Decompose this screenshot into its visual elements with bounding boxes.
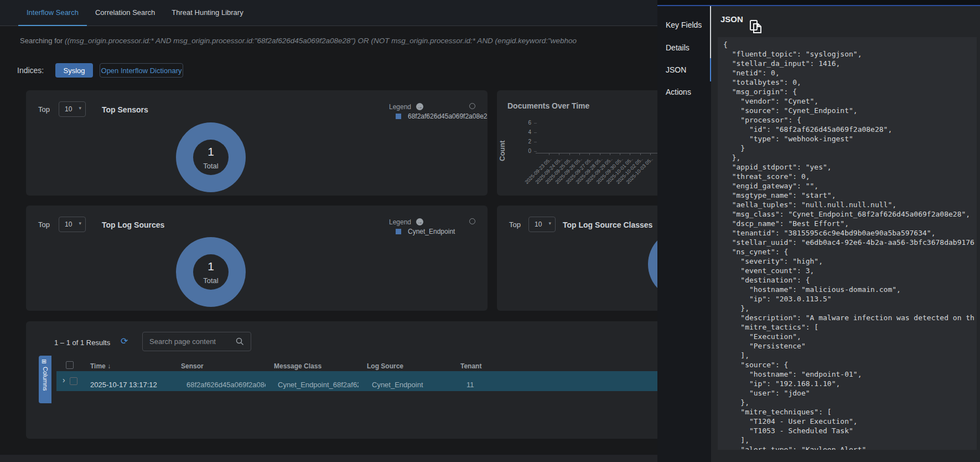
x-tick-mark: [630, 153, 630, 155]
top-count-value: 10: [535, 220, 542, 228]
app-root: Interflow Search Correlation Search Thre…: [0, 0, 980, 462]
top-log-sources-donut-chart[interactable]: 1 Total: [176, 237, 246, 307]
top-count-select[interactable]: 10 ▾: [528, 217, 556, 232]
legend-label: Legend: [389, 103, 411, 111]
tab-label: Correlation Search: [95, 8, 155, 17]
menu-item-json[interactable]: JSON: [666, 65, 686, 76]
cell-tenant: 11: [466, 381, 474, 389]
chevron-down-icon: ▾: [79, 220, 81, 226]
copy-icon[interactable]: [750, 20, 762, 34]
x-tick-mark: [579, 153, 580, 155]
json-viewer-title: JSON: [720, 14, 743, 24]
record-detail-panel: Key Fields Details JSON Actions JSON { "…: [657, 0, 980, 462]
circle-icon[interactable]: [469, 103, 475, 109]
column-header-sensor[interactable]: Sensor: [181, 362, 204, 370]
y-tick-mark: [534, 142, 537, 142]
expand-row-icon[interactable]: ›: [63, 376, 65, 384]
y-tick-mark: [534, 151, 537, 152]
page-search-box: [142, 332, 251, 351]
panel-title: Top Sensors: [102, 105, 148, 114]
overlay-top-strip: [657, 0, 980, 5]
x-tick-mark: [569, 153, 570, 155]
json-viewer-area: JSON { "fluentd_topic": "syslogjson", "s…: [711, 6, 980, 462]
tab-label: Interflow Search: [27, 8, 79, 17]
legend-toggle-arrow-icon[interactable]: →: [416, 103, 423, 110]
search-icon: [236, 337, 244, 346]
legend-swatch: [396, 114, 401, 119]
x-tick-mark: [589, 153, 590, 155]
top-sensors-panel: Top 10 ▾ Top Sensors Legend → 68f2af626d…: [26, 90, 488, 196]
donut-label: Total: [176, 276, 246, 285]
x-tick-mark: [559, 153, 559, 155]
y-tick-mark: [534, 123, 537, 124]
donut-label: Total: [176, 162, 246, 171]
x-tick-mark: [620, 153, 620, 155]
column-header-log-source[interactable]: Log Source: [367, 362, 403, 370]
panel-title: Top Log Source Classes: [563, 220, 652, 229]
x-tick-mark: [640, 153, 641, 155]
circle-icon[interactable]: [469, 218, 475, 224]
legend-item[interactable]: 68f2af626d45a069f2a08e28: [408, 112, 488, 120]
horizontal-scrollbar[interactable]: [0, 455, 657, 462]
json-code: { "fluentd_topic": "syslogjson", "stella…: [718, 37, 977, 450]
top-label: Top: [509, 220, 521, 229]
cell-sensor: 68f2af626d45a069f2a08e28: [186, 381, 266, 389]
columns-tab-label: Columns: [42, 367, 49, 391]
open-interflow-dictionary-button[interactable]: Open Interflow Dictionary: [100, 63, 183, 78]
top-log-sources-panel: Top 10 ▾ Top Log Sources Legend → Cynet_…: [26, 206, 488, 311]
y-tick-label: 4: [521, 129, 531, 135]
x-tick-mark: [650, 153, 651, 155]
x-tick-mark: [600, 153, 600, 155]
syslog-index-button[interactable]: Syslog: [55, 63, 93, 78]
cell-message-class: Cynet_Endpoint_68f2af626d45a069f2a08e28: [278, 381, 359, 389]
tab-interflow-search[interactable]: Interflow Search: [18, 0, 87, 26]
top-count-select[interactable]: 10 ▾: [59, 217, 86, 232]
legend-item[interactable]: Cynet_Endpoint: [408, 228, 488, 235]
tab-threat-hunting-library[interactable]: Threat Hunting Library: [163, 0, 251, 26]
refresh-icon[interactable]: ⟳: [121, 336, 128, 346]
top-count-value: 10: [65, 105, 72, 113]
chevron-down-icon: ▾: [79, 105, 81, 111]
chevron-down-icon: ▾: [548, 220, 551, 226]
legend-swatch: [396, 229, 401, 234]
top-label: Top: [38, 105, 50, 114]
search-prefix: Searching for: [20, 37, 65, 45]
grid-icon: ⊞: [42, 358, 46, 365]
y-tick-label: 2: [521, 138, 531, 145]
x-tick-mark: [610, 153, 610, 155]
donut-value: 1: [176, 145, 246, 159]
column-header-time[interactable]: Time ↓: [90, 362, 111, 370]
search-query: ((msg_origin.processor.id:* AND msg_orig…: [65, 37, 577, 45]
column-header-tenant[interactable]: Tenant: [460, 362, 481, 370]
y-tick-label: 6: [521, 120, 531, 126]
row-checkbox[interactable]: [70, 377, 77, 385]
top-count-value: 10: [65, 220, 72, 228]
tab-correlation-search[interactable]: Correlation Search: [87, 0, 163, 26]
legend-label: Legend: [389, 218, 411, 226]
menu-item-key-fields[interactable]: Key Fields: [666, 20, 702, 32]
panel-title: Top Log Sources: [102, 220, 164, 229]
select-all-checkbox[interactable]: [66, 361, 74, 369]
tab-label: Threat Hunting Library: [172, 8, 243, 17]
chart-title: Documents Over Time: [507, 101, 589, 110]
top-count-select[interactable]: 10 ▾: [59, 101, 86, 117]
cell-log-source: Cynet_Endpoint: [372, 381, 423, 389]
columns-tab[interactable]: ⊞ Columns: [39, 356, 51, 403]
indices-label: Indices:: [17, 66, 44, 75]
top-label: Top: [38, 220, 50, 229]
legend-toggle-arrow-icon[interactable]: →: [416, 218, 423, 225]
column-header-message-class[interactable]: Message Class: [274, 362, 322, 370]
menu-item-details[interactable]: Details: [666, 43, 689, 54]
results-panel: 1 – 1 of 1 Results ⟳ ⊞ Columns Time ↓ Se…: [26, 321, 662, 439]
menu-item-actions[interactable]: Actions: [666, 88, 691, 99]
y-tick-label: 0: [521, 148, 531, 154]
results-count: 1 – 1 of 1 Results: [54, 338, 110, 347]
donut-value: 1: [176, 259, 246, 274]
x-tick-mark: [549, 153, 549, 155]
y-tick-mark: [534, 132, 537, 133]
detail-menu: Key Fields Details JSON Actions: [657, 6, 711, 462]
top-sensors-donut-chart[interactable]: 1 Total: [176, 122, 246, 192]
y-axis-label: Count: [498, 125, 506, 161]
search-input[interactable]: [149, 332, 232, 351]
sort-desc-icon: ↓: [107, 362, 111, 370]
